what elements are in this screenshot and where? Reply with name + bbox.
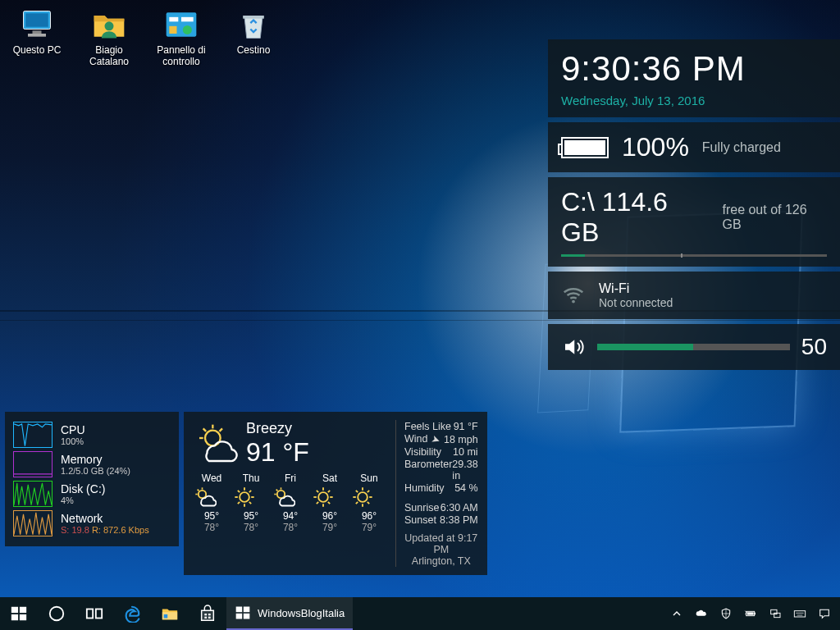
svg-point-9: [183, 25, 192, 34]
disk-widget[interactable]: C:\ 114.6 GB free out of 126 GB: [548, 177, 840, 267]
system-monitor-widget[interactable]: CPU100% Memory1.2/5.0 GB (24%) Disk (C:)…: [5, 412, 179, 546]
svg-line-14: [203, 428, 207, 431]
taskbar: WindowsBlogItalia: [0, 597, 840, 630]
svg-point-33: [318, 492, 328, 502]
desktop-icon-recycle-bin[interactable]: Cestino: [223, 7, 284, 67]
desktop-icon-label: Pannello di controllo: [151, 44, 212, 67]
forecast-day[interactable]: Sun96°79°: [351, 472, 387, 533]
memory-graph: [13, 451, 52, 477]
taskbar-app-windowsblogitalia[interactable]: WindowsBlogItalia: [226, 597, 353, 630]
control-panel-icon: [163, 7, 199, 43]
volume-slider[interactable]: [597, 344, 790, 350]
svg-line-38: [317, 491, 318, 492]
wifi-widget[interactable]: Wi-Fi Not connected: [548, 272, 840, 319]
battery-icon: [561, 137, 609, 158]
tray-onedrive-icon[interactable]: [689, 607, 714, 620]
weather-updated: Updated at 9:17 PM: [404, 532, 478, 555]
forecast-low: 79°: [351, 522, 387, 533]
volume-widget[interactable]: 50: [548, 324, 840, 370]
cpu-label: CPU: [61, 423, 85, 436]
svg-point-42: [358, 492, 368, 502]
store-button[interactable]: [189, 597, 226, 630]
tray-action-center-icon[interactable]: [812, 607, 837, 620]
svg-rect-3: [28, 34, 46, 37]
svg-point-4: [105, 21, 114, 30]
wifi-icon: [561, 283, 586, 308]
svg-line-47: [356, 491, 358, 492]
task-view-button[interactable]: [75, 597, 113, 630]
cpu-graph: [13, 422, 52, 448]
tray-battery-icon[interactable]: [738, 607, 763, 620]
cortana-button[interactable]: [38, 597, 75, 630]
svg-point-10: [572, 300, 575, 304]
battery-widget[interactable]: 100% Fully charged: [548, 122, 840, 172]
disk-graph: [13, 481, 52, 507]
tray-defender-icon[interactable]: [714, 607, 738, 620]
edge-button[interactable]: [113, 597, 151, 630]
forecast-day-name: Sat: [312, 472, 348, 484]
svg-rect-52: [20, 607, 26, 613]
svg-rect-7: [181, 17, 194, 22]
svg-line-48: [368, 502, 369, 504]
network-recv: R: 872.6 Kbps: [92, 525, 149, 535]
svg-line-26: [249, 502, 251, 504]
forecast-day[interactable]: Thu95°78°: [233, 472, 269, 533]
tray-network-icon[interactable]: [763, 607, 788, 620]
clock-widget[interactable]: 9:30:36 PM Wednesday, July 13, 2016: [548, 39, 840, 117]
svg-rect-2: [33, 30, 42, 34]
svg-rect-54: [20, 614, 26, 620]
svg-line-15: [220, 428, 223, 431]
svg-rect-56: [87, 609, 93, 619]
explorer-button[interactable]: [151, 597, 189, 630]
forecast-day[interactable]: Wed95°78°: [194, 472, 230, 533]
desktop-icon-pc[interactable]: Questo PC: [7, 7, 67, 67]
weather-widget[interactable]: Breezy 91 °F Wed95°78°Thu95°78°Fri94°78°…: [184, 412, 487, 575]
forecast-row: Wed95°78°Thu95°78°Fri94°78°Sat96°79°Sun9…: [194, 472, 387, 533]
forecast-day[interactable]: Fri94°78°: [272, 472, 308, 533]
svg-rect-71: [755, 613, 756, 615]
forecast-day[interactable]: Sat96°79°: [312, 472, 348, 533]
svg-rect-1: [25, 13, 48, 27]
svg-point-29: [277, 491, 285, 498]
tray-keyboard-icon[interactable]: [788, 607, 812, 620]
svg-line-39: [328, 502, 330, 504]
forecast-low: 79°: [312, 522, 348, 533]
svg-line-49: [368, 491, 369, 492]
svg-rect-57: [96, 609, 102, 619]
speaker-icon: [561, 335, 586, 359]
volume-value: 50: [801, 334, 827, 360]
svg-line-19: [198, 490, 199, 491]
disk-value: 4%: [61, 495, 105, 505]
desktop-icon-label: Cestino: [237, 44, 271, 56]
start-button[interactable]: [0, 597, 38, 630]
network-send: S: 19.8: [61, 525, 89, 535]
forecast-low: 78°: [233, 522, 269, 533]
svg-rect-8: [169, 26, 176, 34]
network-label: Network: [61, 512, 149, 525]
pc-icon: [19, 7, 55, 43]
network-graph: [13, 510, 52, 536]
desktop-icon-control-panel[interactable]: Pannello di controllo: [151, 7, 212, 67]
svg-rect-60: [204, 614, 207, 615]
weather-icon: [194, 421, 240, 467]
forecast-high: 95°: [194, 510, 230, 522]
wifi-name: Wi-Fi: [599, 281, 673, 296]
svg-rect-64: [236, 607, 243, 613]
svg-rect-59: [164, 614, 168, 619]
desktop-icon-user-folder[interactable]: Biagio Catalano: [79, 7, 139, 67]
forecast-high: 94°: [272, 510, 308, 522]
forecast-low: 78°: [194, 522, 230, 533]
svg-line-32: [276, 490, 278, 491]
svg-rect-72: [747, 612, 754, 614]
desktop-icon-label: Questo PC: [13, 44, 62, 56]
disk-drive: C:\: [561, 187, 595, 217]
wifi-state: Not connected: [599, 296, 673, 309]
disk-label: Disk (C:): [61, 482, 105, 495]
desktop-icon-label: Biagio Catalano: [79, 44, 139, 67]
weather-details: Feels Like91 °F Wind➤ 18 mph Visibility1…: [395, 420, 478, 567]
svg-rect-63: [208, 617, 211, 619]
svg-line-28: [238, 502, 240, 504]
tray-chevron-up-icon[interactable]: [664, 607, 689, 620]
svg-point-16: [199, 491, 206, 498]
svg-line-41: [317, 502, 318, 504]
